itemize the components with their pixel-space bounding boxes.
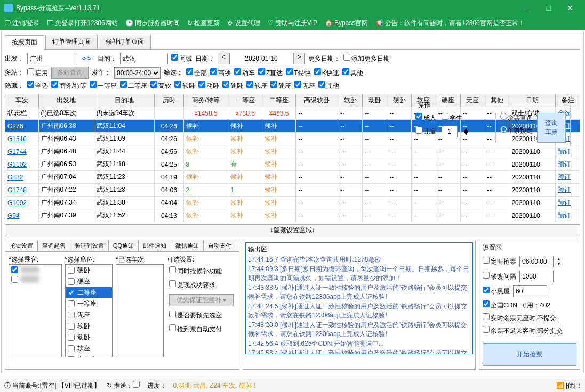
tab-grab[interactable]: 抢票页面 [5, 35, 44, 50]
nosubmit-check[interactable] [483, 313, 490, 320]
subtab-t7[interactable]: 自动支付 [204, 240, 236, 251]
col-header[interactable]: 软卧 [338, 94, 363, 107]
login-link[interactable]: 🖵 注销/登录 [4, 19, 39, 28]
seat-list[interactable]: 硬卧硬座二等座一等座无座软卧动卧软座商务座特等座 [65, 264, 113, 357]
col-header[interactable]: 出发地 [38, 94, 94, 107]
to-input[interactable] [120, 53, 168, 64]
hide-all[interactable] [27, 81, 34, 88]
table-row[interactable]: G1002广州南07:34武汉11:3804:04候补候补候补---------… [5, 197, 580, 209]
table-row[interactable]: G1748广州南07:22武汉11:2804:0621候补-----------… [5, 184, 580, 197]
table-row[interactable]: G1744广州南06:48武汉11:4404:56候补候补候补---------… [5, 145, 580, 158]
child-check[interactable] [415, 127, 422, 134]
passenger-list[interactable]: ████ ████ [9, 264, 62, 357]
hide-dw[interactable] [198, 81, 205, 88]
hide-rz[interactable] [246, 81, 253, 88]
col-header[interactable]: 硬卧 [387, 94, 412, 107]
filter-dc[interactable] [234, 68, 241, 75]
minimize-button[interactable]: — [517, 4, 538, 12]
from-input[interactable] [27, 53, 75, 64]
col-header[interactable]: 高级软卧 [296, 94, 338, 107]
tab-waitlist[interactable]: 候补订单页面 [99, 35, 151, 49]
col-header[interactable]: 商务/特等 [183, 94, 228, 107]
date-next[interactable]: > [293, 53, 305, 64]
official-link[interactable]: 🏠 Bypass官网 [325, 19, 368, 28]
table-row[interactable]: G94广州南07:39武汉11:5204:13候补候补候补-----------… [5, 209, 580, 222]
check-update-link[interactable]: ↻ 检查更新 [187, 19, 220, 28]
adult-check[interactable] [415, 113, 422, 120]
time-select[interactable]: 00:00-24:00 [114, 67, 161, 79]
filter-other[interactable] [342, 68, 349, 75]
seat-item[interactable]: 商务座 [66, 354, 113, 357]
hide-2[interactable] [120, 81, 127, 88]
hide-gr[interactable] [150, 81, 157, 88]
seat-item[interactable]: 无座 [66, 309, 113, 321]
tab-orders[interactable]: 订单管理页面 [45, 35, 98, 49]
child-count[interactable] [442, 126, 458, 137]
hide-qt[interactable] [318, 81, 325, 88]
hide-wz[interactable] [294, 81, 301, 88]
seat-item[interactable]: 动卧 [66, 332, 113, 343]
subtab-t4[interactable]: QQ通知 [109, 240, 139, 251]
subtab-t3[interactable]: 验证码设置 [70, 240, 109, 251]
blacklist-check[interactable] [483, 287, 490, 293]
open-12306-link[interactable]: 🗔 免登录打开12306网站 [47, 19, 117, 28]
swap-button[interactable]: <-> [78, 55, 94, 62]
cdn-check[interactable] [483, 300, 490, 307]
seat-item[interactable]: 软卧 [66, 321, 113, 332]
timer-input[interactable] [519, 256, 554, 267]
multi-query-button[interactable]: 多站查询 [51, 67, 89, 79]
filter-all[interactable] [186, 68, 193, 75]
close-button[interactable]: ✕ [559, 4, 581, 12]
collapse-bar[interactable]: ↓隐藏设置区域↓ [5, 224, 580, 236]
hide-yw[interactable] [222, 81, 229, 88]
hide-rw[interactable] [174, 81, 181, 88]
child-down[interactable]: ▼ [463, 132, 469, 135]
opt-waitlist[interactable] [169, 266, 176, 273]
maximize-button[interactable]: □ [538, 4, 559, 12]
seat-item[interactable]: 硬座 [66, 276, 113, 287]
col-header[interactable]: 目的地 [94, 94, 154, 107]
hide-sw[interactable] [51, 81, 58, 88]
subtab-t1[interactable]: 抢票设置 [5, 240, 38, 251]
opt-redeem[interactable] [169, 280, 176, 287]
col-header[interactable]: 历时 [155, 94, 183, 107]
table-row[interactable]: G832广州南07:04武汉11:2304:19候补候补候补----------… [5, 171, 580, 184]
table-row[interactable]: G1102广州南06:53武汉11:1804:258有候补-----------… [5, 158, 580, 171]
filter-z[interactable] [258, 68, 265, 75]
interval-check[interactable] [483, 272, 490, 279]
partial-check[interactable] [483, 326, 490, 333]
subtab-t2[interactable]: 查询起售 [38, 240, 70, 251]
vip-link[interactable]: ♡ 赞助与注册VIP [268, 19, 317, 28]
filter-gt[interactable] [210, 68, 217, 75]
filter-t[interactable] [286, 68, 293, 75]
remain-radio[interactable] [500, 113, 507, 120]
interval-input[interactable] [519, 271, 554, 282]
hide-yz[interactable] [270, 81, 277, 88]
col-header[interactable]: 二等座 [262, 94, 295, 107]
sync-time-link[interactable]: 🕒 同步服务器时间 [125, 19, 180, 28]
train-list[interactable] [116, 264, 164, 357]
same-city-check[interactable] [171, 54, 178, 61]
opt-preseat[interactable] [169, 311, 176, 317]
filter-k[interactable] [314, 68, 321, 75]
proxy-link[interactable]: ⚙ 设置代理 [227, 19, 260, 28]
hide-1[interactable] [90, 81, 97, 88]
opt-autopay[interactable] [169, 324, 176, 331]
subtab-t6[interactable]: 微信通知 [171, 240, 204, 251]
seat-item[interactable]: 一等座 [66, 298, 113, 309]
seat-item[interactable]: 软座 [66, 343, 113, 354]
priority-select[interactable]: 优先保证能候补 ▾ [169, 294, 234, 306]
book-radio[interactable] [500, 126, 507, 133]
col-header[interactable]: 动卧 [363, 94, 387, 107]
push-check[interactable] [133, 381, 140, 388]
query-button[interactable]: 查询 车票 [537, 113, 566, 143]
student-check[interactable] [442, 113, 448, 120]
timer-check[interactable] [483, 257, 490, 264]
start-button[interactable]: 开始抢票 [483, 343, 576, 366]
subtab-t5[interactable]: 邮件通知 [139, 240, 171, 251]
add-date-check[interactable] [343, 54, 350, 61]
date-prev[interactable]: < [218, 53, 229, 64]
date-input[interactable] [229, 53, 293, 64]
multi-enable-check[interactable] [27, 68, 34, 75]
col-header[interactable]: 一等座 [228, 94, 262, 107]
